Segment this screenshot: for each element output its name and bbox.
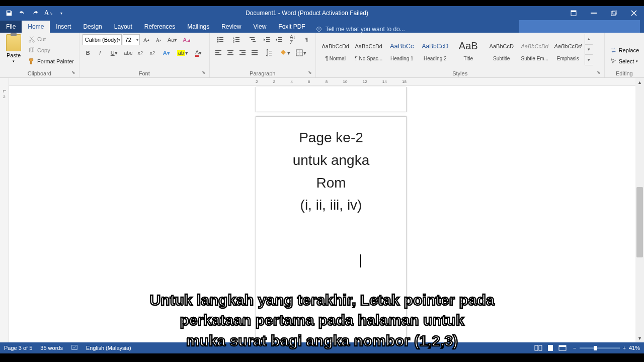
font-size-combo[interactable]: 72▾ — [123, 34, 140, 45]
shrink-font-button[interactable]: A▾ — [153, 34, 164, 45]
svg-point-14 — [217, 41, 218, 43]
scroll-thumb[interactable] — [636, 187, 643, 257]
tell-me-placeholder: Tell me what you want to do... — [326, 26, 405, 33]
print-layout-button[interactable] — [545, 343, 556, 352]
clipboard-launcher[interactable]: ⬊ — [71, 70, 77, 76]
tab-review[interactable]: Review — [215, 21, 247, 33]
document-text[interactable]: Page ke-2 untuk angka Rom (i, ii, iii, i… — [264, 127, 398, 217]
redo-button[interactable] — [29, 7, 41, 19]
style-subtle-emphasis[interactable]: AaBbCcDdSubtle Em... — [518, 34, 551, 63]
italic-button[interactable]: I — [95, 47, 106, 58]
page-previous[interactable] — [256, 87, 407, 112]
scroll-down-button[interactable]: ▼ — [635, 334, 644, 342]
align-center-button[interactable] — [225, 47, 236, 58]
replace-button[interactable]: Replace — [608, 45, 641, 55]
style-heading2[interactable]: AaBbCcDHeading 2 — [419, 34, 452, 63]
zoom-level[interactable]: 41% — [629, 345, 640, 351]
style-normal[interactable]: AaBbCcDd¶ Normal — [319, 34, 352, 63]
style-no-spacing[interactable]: AaBbCcDd¶ No Spac... — [352, 34, 385, 63]
undo-button[interactable] — [16, 7, 28, 19]
ribbon-display-button[interactable] — [564, 6, 584, 20]
shading-button[interactable]: ▾ — [277, 47, 292, 58]
font-launcher[interactable]: ⬊ — [202, 70, 208, 76]
styles-launcher[interactable]: ⬊ — [597, 70, 603, 76]
zoom-out-button[interactable]: − — [573, 345, 576, 351]
sort-button[interactable]: A↓Z — [285, 34, 300, 45]
gallery-down-button[interactable]: ▼ — [585, 45, 593, 55]
decrease-indent-button[interactable] — [261, 34, 272, 45]
read-mode-button[interactable] — [533, 343, 544, 352]
status-language[interactable]: English (Malaysia) — [86, 345, 131, 351]
bold-button[interactable]: B — [83, 47, 94, 58]
paste-button[interactable]: Paste ▾ — [3, 34, 24, 69]
page-container[interactable]: Page ke-2 untuk angka Rom (i, ii, iii, i… — [9, 86, 635, 342]
tab-design[interactable]: Design — [77, 21, 108, 33]
bullets-button[interactable] — [213, 34, 228, 45]
align-right-button[interactable] — [237, 47, 248, 58]
style-title[interactable]: AaBTitle — [452, 34, 485, 63]
minimize-button[interactable] — [584, 6, 604, 20]
zoom-slider[interactable] — [580, 347, 620, 349]
show-marks-button[interactable]: ¶ — [301, 34, 312, 45]
status-proofing-icon[interactable] — [71, 344, 78, 352]
cut-button[interactable]: Cut — [26, 34, 76, 44]
underline-button[interactable]: U▾ — [107, 47, 122, 58]
font-color-button[interactable]: A▾ — [191, 47, 206, 58]
tab-insert[interactable]: Insert — [50, 21, 77, 33]
tab-file[interactable]: File — [0, 21, 22, 33]
qat-customize-button[interactable]: ▾ — [55, 7, 67, 19]
group-label: Clipboard — [3, 70, 76, 76]
justify-button[interactable] — [249, 47, 260, 58]
tab-references[interactable]: References — [138, 21, 181, 33]
grow-font-button[interactable]: A▴ — [141, 34, 152, 45]
maximize-button[interactable] — [604, 6, 624, 20]
horizontal-ruler[interactable]: 2 2 4 6 8 10 12 14 18 — [9, 78, 635, 86]
paragraph-launcher[interactable]: ⬊ — [308, 70, 314, 76]
numbering-button[interactable]: 123 — [229, 34, 244, 45]
page-current[interactable]: Page ke-2 untuk angka Rom (i, ii, iii, i… — [256, 116, 407, 342]
style-heading1[interactable]: AaBbCcHeading 1 — [385, 34, 419, 63]
style-emphasis[interactable]: AaBbCcDdEmphasis — [551, 34, 585, 63]
zoom-in-button[interactable]: + — [623, 345, 626, 351]
status-words[interactable]: 35 words — [40, 345, 63, 351]
vertical-scrollbar[interactable]: ▲ ▼ — [635, 78, 644, 342]
tab-home[interactable]: Home — [22, 21, 50, 33]
font-name-combo[interactable]: Calibri (Body)▾ — [83, 34, 122, 45]
copy-button[interactable]: Copy — [26, 45, 76, 55]
align-left-button[interactable] — [213, 47, 224, 58]
save-button[interactable] — [3, 7, 15, 19]
zoom-thumb[interactable] — [594, 346, 597, 350]
tab-foxit-pdf[interactable]: Foxit PDF — [272, 21, 311, 33]
subscript-button[interactable]: x2 — [135, 47, 146, 58]
clear-format-button[interactable]: A◢ — [181, 34, 192, 45]
line-spacing-button[interactable] — [261, 47, 276, 58]
vertical-ruler[interactable]: L 2 — [0, 78, 9, 342]
qat-clear-format-button[interactable]: A↘ — [42, 7, 54, 19]
select-button[interactable]: Select▾ — [608, 56, 641, 66]
status-page[interactable]: Page 3 of 5 — [4, 345, 32, 351]
svg-rect-25 — [266, 37, 270, 38]
gallery-more-button[interactable]: ▼ — [585, 55, 593, 65]
superscript-button[interactable]: x2 — [147, 47, 158, 58]
scroll-track[interactable] — [635, 86, 644, 334]
text-effects-button[interactable]: A▾ — [159, 47, 174, 58]
close-button[interactable] — [624, 6, 644, 20]
multilevel-button[interactable] — [245, 34, 260, 45]
format-painter-button[interactable]: Format Painter — [26, 56, 76, 66]
change-case-button[interactable]: Aa▾ — [165, 34, 180, 45]
tab-mailings[interactable]: Mailings — [181, 21, 215, 33]
increase-indent-button[interactable] — [273, 34, 284, 45]
borders-button[interactable]: ▾ — [293, 47, 308, 58]
web-layout-button[interactable] — [557, 343, 568, 352]
tab-view[interactable]: View — [248, 21, 273, 33]
tab-layout[interactable]: Layout — [108, 21, 138, 33]
signin-area[interactable] — [519, 20, 640, 33]
svg-rect-32 — [215, 52, 219, 53]
group-label: Paragraph — [213, 70, 312, 76]
style-subtitle[interactable]: AaBbCcDSubtitle — [485, 34, 518, 63]
scroll-up-button[interactable]: ▲ — [635, 78, 644, 86]
svg-rect-48 — [535, 345, 538, 350]
gallery-up-button[interactable]: ▲ — [585, 34, 593, 45]
strikethrough-button[interactable]: abc — [123, 47, 134, 58]
highlight-button[interactable]: ab▾ — [175, 47, 190, 58]
